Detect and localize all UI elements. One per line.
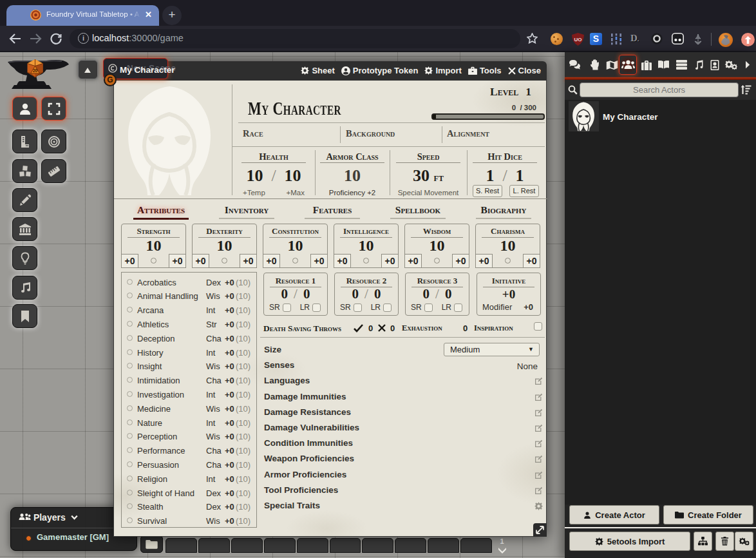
svg-text:20: 20 [33,68,38,73]
svg-text:UO: UO [574,37,582,43]
